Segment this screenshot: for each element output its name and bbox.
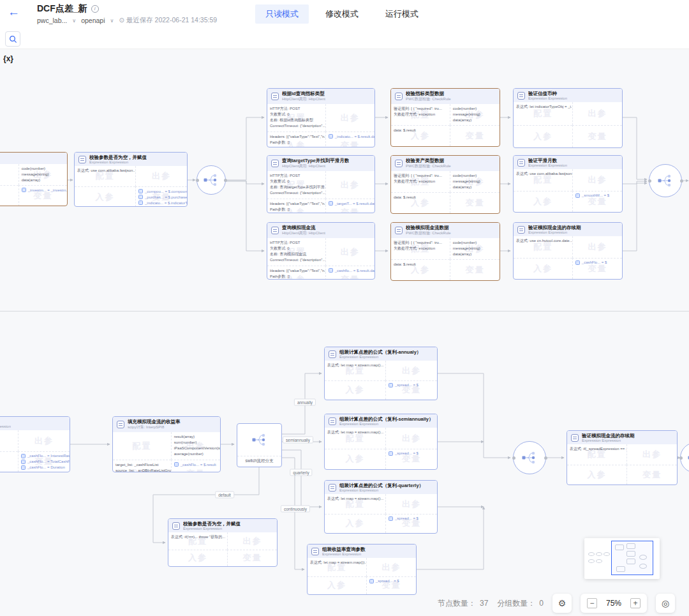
variable-row: _smoothM... = $ [575,193,619,198]
flow-node-check-sim-cashflow-data[interactable]: 校验模拟现金流数据PWC数据校验: CheckRule配置验证规则: [ { "… [390,222,500,281]
chevron-down-icon: ∨ [110,18,114,24]
node-subtitle: PWC数据校验: CheckRule [406,230,451,236]
expression-palette-item[interactable]: {x} [3,54,13,63]
node-subtitle: HttpClient调用: HttpClient [282,163,349,169]
variable-badge [329,268,333,273]
edge-label: continuously [281,506,310,513]
fit-view-button[interactable]: ◎ [656,594,675,613]
settings-button[interactable]: ⚙ [552,594,572,613]
node-subtitle: Expression Expression [89,160,147,164]
node-type-icon [329,350,336,358]
split-circle-top[interactable] [196,165,226,195]
quadrant-watermark: 变量 [172,468,220,472]
flow-node-expr-check-params-top[interactable]: 校验参数是否为空，并赋值Expression Expression配置表达式: … [74,152,188,207]
flow-node-check-indicator-type-data[interactable]: 校验指标类型数据PWC数据校验: CheckRule配置验证规则: [ { "r… [390,88,500,147]
node-subtitle: scipy计算: InterpSPI8 [128,424,181,430]
quadrant-watermark: 入参 [325,453,385,465]
quadrant-watermark: 变量 [326,207,374,213]
node-type-icon [271,93,279,100]
flow-node-interp-fill-yield[interactable]: 填充模拟现金流的收益率scipy计算: InterpSPI8配置出参result… [112,416,221,472]
flow-node-check-investment-cut[interactable]: 配置出参code(number)message(string)data(arra… [0,152,68,206]
flow-node-http-query-cashflow[interactable]: 查询模拟现金流HttpClient调用: HttpClient配置HTTP方法:… [267,222,375,280]
node-subtitle: Expression Expression [528,230,581,234]
variable-badge [389,516,393,521]
quadrant-watermark: 出参 [367,562,416,573]
flow-node-expr-verify-duration-bottom[interactable]: 验证模拟现金流的存续期Expression Expression配置表达式: i… [567,430,678,485]
variable-row: _cashFlo... = Duration [21,465,67,470]
flow-node-expr-spread-annualy[interactable]: 组装计算点差的公式（复利-annualy）Expression Expressi… [324,347,438,400]
node-type-icon [117,421,124,428]
tab-edit-mode[interactable]: 修改模式 [315,4,369,24]
quadrant-watermark: 出参 [573,108,622,119]
variable-row: _cashFlo... = InterestRate [21,454,67,458]
node-title: 组装计算点差的公式（复利-semiannually） [339,416,433,422]
variable-row: _cashFlo... = $.result [174,462,218,467]
group-count: 分组数量：0 [497,598,544,609]
node-type-icon [271,227,279,234]
merge-circle-bottom[interactable] [513,441,546,474]
node-subtitle: HttpClient调用: HttpClient [282,96,325,102]
quadrant-watermark: 出参 [326,112,374,124]
zoom-level: 75% [604,599,624,608]
variable-badge [138,200,143,205]
quadrant-watermark: 变量 [326,140,374,147]
flow-node-expr-spread-quarterly[interactable]: 组装计算点差的公式（复利-quarterly）Expression Expres… [324,480,438,534]
variable-badge [21,460,26,464]
node-subtitle: Expression Expression [0,424,11,428]
quadrant-watermark: 入参 [0,190,19,202]
variable-row: _purchas... = $.purchase... [138,195,184,199]
node-subtitle: Expression Expression [339,422,433,426]
node-title: 校验指标类型数据 [406,91,451,96]
zoom-in-button[interactable]: + [630,598,641,608]
branch-icon [656,173,674,188]
flow-node-expr-spread-semiannually[interactable]: 组装计算点差的公式（复利-semiannually）Expression Exp… [324,414,438,470]
flow-node-expr-verify-duration-top[interactable]: 验证模拟现金流的存续期Expression Expression配置表达式: u… [513,222,623,280]
variable-row: _spread... = $ [389,383,434,387]
merge-circle-top-right[interactable] [649,164,682,197]
node-title: 校验参数是否为空，并赋值 [183,521,241,527]
quadrant-watermark: 出参 [228,536,277,547]
flow-node-expr-yield-query-params[interactable]: 组装收益率查询参数Expression Expression配置表达式: let… [307,544,417,595]
workspace-select[interactable]: pwc_lab... [37,17,67,24]
tab-run-mode[interactable]: 运行模式 [375,4,429,24]
zoom-control: − 75% + [581,594,647,613]
minimap-node [596,552,602,556]
flow-node-expr-check-params-bottom[interactable]: 校验参数是否为空，并赋值Expression Expression配置表达式: … [168,518,278,567]
info-icon[interactable]: i [91,5,99,13]
flow-node-switch-branch[interactable]: switch流程分支 [237,423,282,467]
minimap-node [588,552,595,556]
variable-badge [369,579,374,583]
back-button[interactable]: ← [8,5,20,19]
node-type-icon [311,548,319,555]
flow-node-expr-verify-smooth-months[interactable]: 验证平滑月数Expression Expression配置表达式: use co… [513,155,623,213]
search-icon [9,35,17,43]
node-subtitle: Expression Expression [183,527,241,530]
quadrant-watermark: 变量 [228,552,277,564]
flow-node-expr-set-field-names-cut[interactable]: 设置字段名Expression Expression配置Rate =...出参入… [0,416,70,472]
focus-icon: ◎ [662,598,669,608]
minimap-viewport[interactable] [611,541,653,575]
switch-label: switch流程分支 [237,456,281,467]
flow-canvas[interactable]: {x} annuallysemiannuallyquarterlycontinu… [0,49,689,616]
flow-node-check-asset-type-data[interactable]: 校验资产类型数据PWC数据校验: CheckRule配置验证规则: [ { "r… [390,155,500,214]
edge-label: default [215,492,234,499]
node-type-icon [329,417,336,425]
flow-node-http-query-indicator-type[interactable]: 根据id查询指标类型HttpClient调用: HttpClient配置HTTP… [267,88,375,147]
flow-node-expr-verify-valuation[interactable]: 验证估值币种Expression Expression配置表达式: let in… [513,88,623,148]
quadrant-watermark: 入参 [567,469,626,481]
minimap[interactable] [584,538,660,579]
quadrant-watermark: 入参 [75,192,135,203]
minimap-node [604,552,610,556]
node-subtitle: Expression Expression [322,552,366,556]
node-subtitle: Expression Expression [582,439,635,442]
variable-row: _cashflo... = $.result.dat... [329,268,372,273]
zoom-out-button[interactable]: − [587,598,597,608]
api-select[interactable]: openapi [81,17,105,24]
mode-tabs: 只读模式 修改模式 运行模式 [255,4,429,24]
node-title: 验证模拟现金流的存续期 [528,225,581,230]
tab-readonly-mode[interactable]: 只读模式 [255,4,309,24]
flow-node-http-query-targettype[interactable]: 查询targetType并找到平滑月数HttpClient调用: HttpCli… [267,155,375,213]
quadrant-watermark: 入参 [514,263,572,274]
search-button[interactable] [5,31,20,47]
branch-icon [686,450,689,465]
